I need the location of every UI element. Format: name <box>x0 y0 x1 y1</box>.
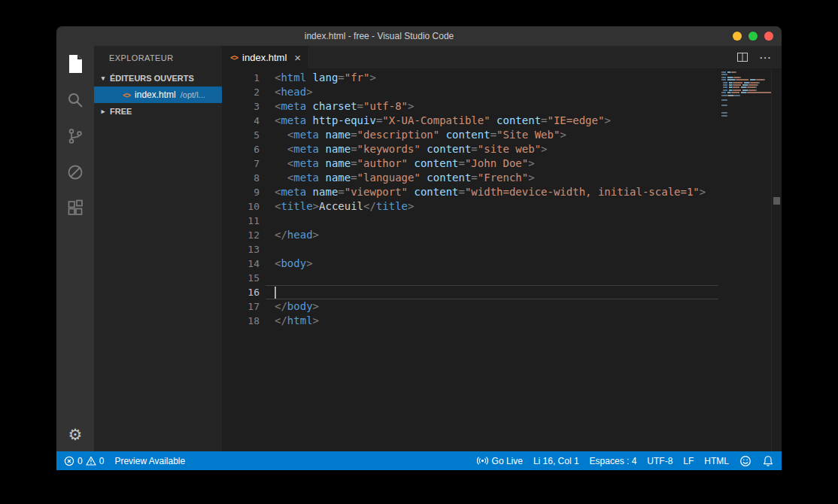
split-editor-icon[interactable] <box>736 51 748 63</box>
code-line[interactable]: 17</body> <box>222 299 718 314</box>
line-number: 12 <box>222 228 260 242</box>
minimap-line <box>721 115 770 117</box>
status-bar: 0 0 Preview Available <box>56 451 782 470</box>
workbench: ⚙ EXPLORATEUR ▾ ÉDITEURS OUVERTS <> inde… <box>56 46 782 451</box>
line-number: 5 <box>222 128 260 142</box>
code-line[interactable]: 18</html> <box>222 314 718 328</box>
line-number: 15 <box>222 271 260 285</box>
maximize-button[interactable] <box>748 32 758 41</box>
line-number: 16 <box>222 285 260 299</box>
line-number: 4 <box>222 114 260 128</box>
open-editor-file-path: /opt/l... <box>181 90 205 99</box>
explorer-icon[interactable] <box>56 46 94 82</box>
status-bar-right: Go Live Li 16, Col 1 Espaces : 4 UTF-8 L… <box>477 455 774 467</box>
debug-icon[interactable] <box>56 154 94 190</box>
open-editor-file-name: index.html <box>135 90 176 100</box>
code-line[interactable]: 4<meta http-equiv="X-UA-Compatible" cont… <box>222 114 718 128</box>
minimap[interactable] <box>718 68 771 451</box>
code-line[interactable]: 3<meta charset="utf-8"> <box>222 99 718 114</box>
window-controls <box>733 32 773 41</box>
feedback-smiley-icon[interactable] <box>739 455 751 467</box>
minimap-line <box>721 105 770 106</box>
language-mode[interactable]: HTML <box>704 456 729 466</box>
minimize-button[interactable] <box>733 32 742 41</box>
tab-label: index.html <box>242 52 287 63</box>
sidebar-title: EXPLORATEUR <box>94 46 222 70</box>
title-bar[interactable]: index.html - free - Visual Studio Code <box>56 26 782 46</box>
notifications-bell-icon[interactable] <box>762 455 774 467</box>
editor-area: 1<html lang="fr">2<head>3<meta charset="… <box>222 68 782 451</box>
line-number: 18 <box>222 314 260 328</box>
line-number: 9 <box>222 185 260 199</box>
code-line[interactable]: 9<meta name="viewport" content="width=de… <box>222 185 718 199</box>
search-icon[interactable] <box>56 82 94 118</box>
code-line[interactable]: 6 <meta name="keywords" content="site we… <box>222 142 718 156</box>
code-line-content: <head> <box>275 85 313 99</box>
code-line-content: <meta name="language" content="French"> <box>275 171 535 185</box>
indentation-indicator[interactable]: Espaces : 4 <box>590 456 637 466</box>
code-editor[interactable]: 1<html lang="fr">2<head>3<meta charset="… <box>222 68 718 451</box>
extensions-icon[interactable] <box>56 190 94 226</box>
code-line[interactable]: 5 <meta name="description" content="Site… <box>222 128 718 142</box>
open-editor-item[interactable]: <> index.html /opt/l... <box>94 87 222 103</box>
window-title: index.html - free - Visual Studio Code <box>305 31 454 41</box>
preview-available-button[interactable]: Preview Available <box>114 456 185 466</box>
minimap-line <box>721 112 770 114</box>
vscode-window: index.html - free - Visual Studio Code <box>56 26 782 470</box>
code-line[interactable]: 8 <meta name="language" content="French"… <box>222 171 718 185</box>
code-line[interactable]: 12</head> <box>222 228 718 242</box>
minimap-line <box>721 71 770 73</box>
error-count: 0 <box>77 456 83 466</box>
close-button[interactable] <box>764 32 773 41</box>
activity-bar: ⚙ <box>56 46 94 451</box>
overview-ruler-mark <box>773 197 780 205</box>
minimap-line <box>721 74 770 75</box>
code-line-content: <meta charset="utf-8"> <box>275 99 414 114</box>
editor-actions: ⋯ <box>736 46 782 68</box>
source-control-icon[interactable] <box>56 118 94 154</box>
code-line-content: <title>Acceuil</title> <box>275 199 414 214</box>
text-cursor <box>275 287 276 299</box>
settings-gear-icon[interactable]: ⚙ <box>68 427 83 442</box>
line-number: 1 <box>222 71 260 85</box>
code-line[interactable]: 7 <meta name="author" content="John Doe"… <box>222 156 718 171</box>
code-line[interactable]: 10<title>Acceuil</title> <box>222 199 718 214</box>
tab-close-icon[interactable]: × <box>294 52 301 63</box>
code-line[interactable]: 11 <box>222 214 718 228</box>
problems-indicator[interactable]: 0 0 <box>64 456 104 466</box>
open-editors-section-header[interactable]: ▾ ÉDITEURS OUVERTS <box>94 70 222 87</box>
editor-group: <> index.html × ⋯ <box>222 46 782 451</box>
code-line[interactable]: 13 <box>222 242 718 257</box>
code-line-content: <meta name="description" content="Site W… <box>275 128 566 142</box>
minimap-line <box>721 87 770 88</box>
code-line-content: </head> <box>275 228 319 242</box>
encoding-indicator[interactable]: UTF-8 <box>647 456 673 466</box>
line-number: 10 <box>222 199 260 214</box>
minimap-line <box>721 77 770 78</box>
code-line-content: <html lang="fr"> <box>275 71 376 85</box>
code-line[interactable]: 1<html lang="fr"> <box>222 71 718 85</box>
tab-index-html[interactable]: <> index.html × <box>222 46 308 68</box>
code-line[interactable]: 2<head> <box>222 85 718 99</box>
go-live-button[interactable]: Go Live <box>477 455 523 466</box>
code-line[interactable]: 15 <box>222 271 718 285</box>
editor-scrollbar[interactable] <box>771 68 782 451</box>
cursor-position[interactable]: Li 16, Col 1 <box>533 456 579 466</box>
files-icon <box>67 54 83 74</box>
warning-count: 0 <box>99 456 105 466</box>
minimap-line <box>721 107 770 108</box>
line-number: 2 <box>222 85 260 99</box>
eol-indicator[interactable]: LF <box>683 456 694 466</box>
more-actions-icon[interactable]: ⋯ <box>759 50 771 65</box>
folder-section-header[interactable]: ▸ FREE <box>94 103 222 120</box>
minimap-line <box>721 84 770 86</box>
code-line[interactable]: 14<body> <box>222 257 718 271</box>
line-number: 13 <box>222 242 260 257</box>
html-file-icon: <> <box>230 53 238 62</box>
code-line-content: <meta http-equiv="X-UA-Compatible" conte… <box>275 114 611 128</box>
minimap-line <box>721 97 770 99</box>
minimap-line <box>721 82 770 83</box>
code-line[interactable]: 16 <box>222 285 718 299</box>
chevron-down-icon: ▾ <box>99 74 108 82</box>
code-line-content: <meta name="viewport" content="width=dev… <box>275 185 706 199</box>
